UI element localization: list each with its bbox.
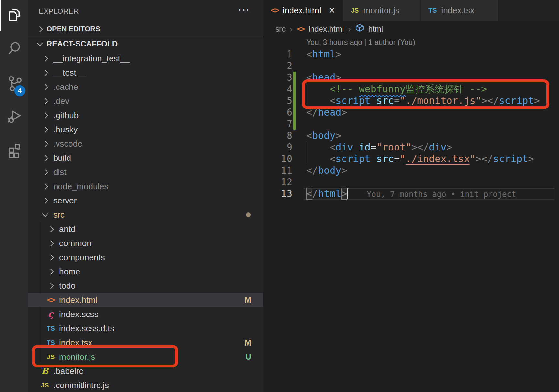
tree-item-label: .dev <box>53 96 69 106</box>
tree-item-label: monitor.js <box>59 352 95 362</box>
chevron-right-icon <box>36 27 44 31</box>
tree-item-label: components <box>59 253 105 263</box>
code-area[interactable]: 1<html>23<head>4 <!-- webfunny监控系统探针 -->… <box>263 0 559 392</box>
open-editors-section[interactable]: OPEN EDITORS <box>28 22 263 36</box>
git-status-badge: M <box>244 295 251 305</box>
chevron-down-icon <box>36 43 44 45</box>
tree-item-label: .husky <box>53 125 78 135</box>
chevron-right-icon <box>41 128 49 132</box>
root-folder-section[interactable]: REACT-SCAFFOLD <box>28 36 263 51</box>
activity-extensions-button[interactable] <box>0 135 28 166</box>
git-modified-dot <box>246 212 251 217</box>
code-line-8[interactable]: 8<body> <box>263 130 559 141</box>
tree-item-vscode[interactable]: .vscode <box>28 137 263 151</box>
line-content: </html> <box>306 188 348 200</box>
tree-item-github[interactable]: .github <box>28 108 263 122</box>
tree-item-antd[interactable]: antd <box>28 222 263 236</box>
line-number: 6 <box>263 107 292 118</box>
tree-item-common[interactable]: common <box>28 236 263 250</box>
tree-item-label: common <box>59 238 91 248</box>
search-icon <box>6 39 23 57</box>
tree-item-label: server <box>53 196 77 206</box>
code-line-4[interactable]: 4 <!-- webfunny监控系统探针 --> <box>263 83 559 95</box>
inline-blame: You, 7 months ago • init project <box>367 189 516 200</box>
code-line-3[interactable]: 3<head> <box>263 72 559 83</box>
tree-item-label: .vscode <box>53 139 82 149</box>
tree-item-test[interactable]: __test__ <box>28 66 263 80</box>
code-line-5[interactable]: 5 <script src="./monitor.js"></script> <box>263 95 559 107</box>
tree-item-index-scss[interactable]: ςindex.scss <box>28 307 263 321</box>
chevron-right-icon <box>41 85 49 89</box>
chevron-right-icon <box>41 170 49 174</box>
tree-item-label: src <box>53 210 65 220</box>
chevron-down-icon <box>41 213 49 216</box>
chevron-right-icon <box>41 99 49 103</box>
tree-item-husky[interactable]: .husky <box>28 122 263 137</box>
tree-item-integration-test[interactable]: __integration_test__ <box>28 51 263 66</box>
open-editors-label: OPEN EDITORS <box>47 25 100 33</box>
line-content: <body> <box>306 130 341 141</box>
code-line-13[interactable]: 13</html>You, 7 months ago • init projec… <box>263 188 559 200</box>
activity-explorer-button[interactable] <box>0 0 28 31</box>
tree-item-label: .commitlintrc.js <box>53 380 109 390</box>
tree-item-label: home <box>59 267 80 277</box>
activity-search-button[interactable] <box>0 33 28 64</box>
line-content: <head> <box>306 72 341 83</box>
tree-item-home[interactable]: home <box>28 264 263 279</box>
activity-bar: 4 <box>0 0 28 392</box>
tree-item-build[interactable]: build <box>28 151 263 165</box>
extensions-icon <box>6 141 23 159</box>
babel-file-icon: B <box>41 367 49 375</box>
chevron-right-icon <box>41 184 49 189</box>
explorer-sidebar: EXPLORER ⋯ OPEN EDITORS REACT-SCAFFOLD _… <box>28 0 263 392</box>
line-number: 4 <box>263 83 292 95</box>
code-line-12[interactable]: 12 <box>263 176 559 188</box>
chevron-right-icon <box>41 71 49 75</box>
activity-run-debug-button[interactable] <box>0 101 28 132</box>
line-content: </head> <box>306 107 347 118</box>
line-number: 5 <box>263 95 292 107</box>
tree-item-node-modules[interactable]: node_modules <box>28 179 263 193</box>
code-line-2[interactable]: 2 <box>263 60 559 72</box>
chevron-right-icon <box>41 113 49 118</box>
tree-item-todo[interactable]: todo <box>28 279 263 293</box>
tree-item-index-tsx[interactable]: TSindex.tsxM <box>28 335 263 350</box>
tree-item-label: .babelrc <box>53 366 83 376</box>
code-line-6[interactable]: 6</head> <box>263 107 559 118</box>
line-number: 11 <box>263 165 292 176</box>
html-file-icon: <> <box>47 296 55 304</box>
tree-item-label: .cache <box>53 82 78 92</box>
line-content: <script src="./index.tsx"></script> <box>306 153 534 165</box>
tree-item-label: .github <box>53 110 79 120</box>
tree-item-dev[interactable]: .dev <box>28 94 263 108</box>
code-line-7[interactable]: 7 <box>263 118 559 130</box>
tree-item-server[interactable]: server <box>28 193 263 208</box>
tree-item-label: dist <box>53 167 66 177</box>
code-line-9[interactable]: 9 <div id="root"></div> <box>263 141 559 153</box>
more-actions-icon[interactable]: ⋯ <box>238 4 249 15</box>
chevron-right-icon <box>47 255 55 260</box>
text-cursor <box>347 188 348 199</box>
tree-item-dist[interactable]: dist <box>28 165 263 179</box>
line-number: 12 <box>263 176 292 188</box>
tree-item-monitor-js[interactable]: JSmonitor.jsU <box>28 350 263 364</box>
line-number: 8 <box>263 130 292 141</box>
source-control-badge: 4 <box>14 85 25 96</box>
code-line-11[interactable]: 11</body> <box>263 165 559 176</box>
line-number: 9 <box>263 141 292 153</box>
chevron-right-icon <box>41 199 49 203</box>
code-line-10[interactable]: 10 <script src="./index.tsx"></script> <box>263 153 559 165</box>
tree-item-src[interactable]: src <box>28 208 263 222</box>
tree-item-commitlintrc-js[interactable]: JS.commitlintrc.js <box>28 378 263 392</box>
line-number: 1 <box>263 48 292 60</box>
tree-item-index-scss-d-ts[interactable]: TSindex.scss.d.ts <box>28 321 263 335</box>
tree-item-label: node_modules <box>53 181 109 191</box>
tree-item-index-html[interactable]: <>index.htmlM <box>28 293 263 307</box>
tree-item-components[interactable]: components <box>28 250 263 264</box>
line-content: <div id="root"></div> <box>306 141 452 153</box>
code-line-1[interactable]: 1<html> <box>263 48 559 60</box>
activity-source-control-button[interactable] <box>0 68 28 99</box>
tree-item-cache[interactable]: .cache <box>28 80 263 94</box>
tree-item-babelrc[interactable]: B.babelrc <box>28 364 263 378</box>
chevron-right-icon <box>47 241 55 245</box>
